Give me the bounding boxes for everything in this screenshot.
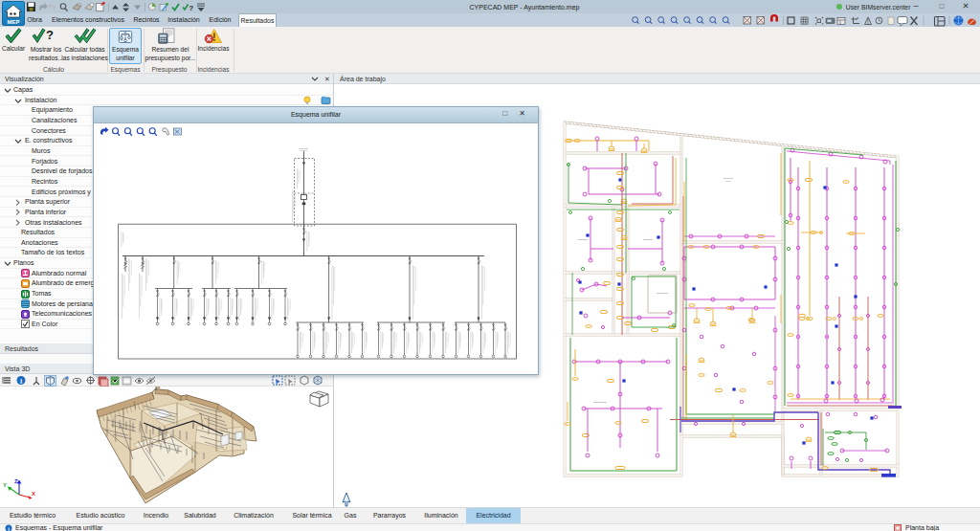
- svg-text:?: ?: [46, 28, 54, 42]
- svg-text:Z: Z: [14, 478, 18, 484]
- svg-text:Y: Y: [3, 482, 7, 488]
- svg-text:?: ?: [189, 4, 194, 12]
- svg-text:X: X: [32, 491, 35, 497]
- svg-text:i: i: [20, 377, 22, 386]
